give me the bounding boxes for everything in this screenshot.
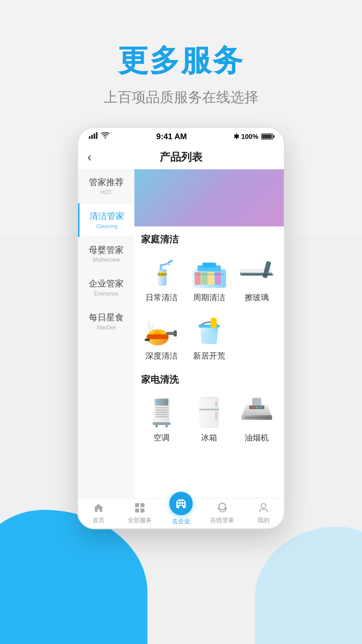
svg-point-9 [168, 264, 170, 265]
bluetooth-icon: ✱ [234, 132, 239, 141]
svg-rect-30 [146, 334, 168, 339]
svg-rect-6 [160, 264, 162, 270]
product-grid-home-cleaning: CLEAN 日常清洁 [134, 250, 284, 367]
status-time: 9:41 AM [156, 132, 187, 141]
product-label-periodic-clean: 周期清洁 [193, 292, 225, 303]
product-label-daily-clean: 日常清洁 [145, 292, 178, 303]
ac-icon [143, 395, 180, 429]
back-button[interactable]: ‹ [87, 150, 104, 164]
hood-icon [238, 395, 275, 429]
svg-rect-45 [156, 412, 168, 413]
svg-text:CLEAN: CLEAN [158, 273, 167, 276]
tab-bar: 首页 全部服务 [78, 498, 284, 528]
product-daily-clean[interactable]: CLEAN 日常清洁 [138, 250, 185, 308]
fridge-icon [191, 395, 228, 429]
status-right: ✱ 100% [234, 132, 273, 141]
svg-rect-66 [252, 398, 261, 406]
main-panel: 家庭清洁 [134, 169, 284, 498]
grid-icon [134, 502, 145, 515]
bg-bottom-right [255, 527, 362, 644]
product-label-hood: 油烟机 [245, 432, 269, 443]
bucket-icon [191, 314, 228, 347]
spray-icon: CLEAN [143, 255, 180, 289]
svg-point-11 [170, 260, 171, 261]
tab-profile[interactable]: 我的 [243, 498, 284, 528]
status-left [89, 132, 110, 141]
svg-rect-67 [135, 503, 139, 507]
svg-rect-3 [96, 132, 98, 139]
sidebar-item-enterprise[interactable]: 企业管家 Enterprise [78, 271, 134, 305]
product-hood-clean[interactable]: 油烟机 [233, 390, 281, 448]
svg-rect-2 [94, 133, 95, 139]
tab-services[interactable]: 全部服务 [119, 498, 161, 528]
svg-rect-43 [156, 407, 168, 408]
toolbox-icon [191, 255, 228, 289]
banner [134, 169, 284, 226]
bg-bottom-left [0, 510, 147, 644]
svg-rect-44 [156, 410, 168, 411]
svg-rect-49 [156, 425, 158, 427]
svg-rect-47 [156, 416, 168, 417]
product-fridge-clean[interactable]: 冰箱 [185, 390, 233, 448]
svg-rect-68 [140, 503, 144, 507]
product-window-clean[interactable]: 擦玻璃 [233, 250, 281, 308]
svg-rect-73 [178, 501, 179, 502]
product-label-deep-clean: 深度清洁 [145, 351, 178, 361]
product-label-window-clean: 擦玻璃 [245, 292, 269, 303]
svg-rect-42 [155, 399, 168, 406]
person-icon [258, 502, 269, 515]
tab-manager[interactable]: 在线管家 [201, 498, 243, 528]
svg-rect-75 [183, 501, 184, 502]
home-icon [93, 502, 104, 515]
svg-point-63 [252, 406, 254, 409]
sidebar-item-cleaning[interactable]: 清洁管家 Cleaning [78, 203, 134, 237]
svg-rect-46 [156, 414, 168, 415]
svg-point-83 [261, 503, 266, 508]
battery-percent: 100% [241, 133, 258, 141]
svg-rect-38 [211, 318, 213, 321]
product-grid-appliance-clean: 空调 [134, 390, 284, 448]
tab-home[interactable]: 首页 [78, 498, 119, 528]
hero-section: 更多服务 上百项品质服务在线选择 [0, 0, 362, 107]
svg-point-51 [158, 401, 160, 404]
product-label-ac: 空调 [154, 432, 170, 443]
svg-rect-32 [174, 330, 177, 336]
tab-profile-label: 我的 [257, 516, 269, 524]
sidebar: 管家推荐 HOT 清洁管家 Cleaning 母婴管家 Mothercare 企… [78, 169, 134, 498]
signal-icon [89, 132, 98, 141]
headset-icon [217, 502, 228, 515]
tab-home-label: 首页 [93, 516, 105, 524]
hero-subtitle: 上百项品质服务在线选择 [0, 88, 362, 107]
product-ac-clean[interactable]: 空调 [138, 390, 185, 448]
sidebar-item-hot[interactable]: 管家推荐 HOT [78, 169, 134, 203]
product-deep-clean[interactable]: 深度清洁 [138, 308, 185, 367]
product-new-home[interactable]: 新居开荒 [185, 308, 233, 367]
svg-rect-76 [178, 503, 179, 505]
svg-rect-69 [135, 508, 139, 513]
squeegee-icon [238, 255, 275, 289]
sidebar-item-stardiet[interactable]: 每日星食 StarDiet [78, 305, 134, 338]
tab-services-label: 全部服务 [128, 516, 152, 524]
steamer-icon [143, 314, 180, 347]
svg-rect-58 [200, 411, 218, 427]
svg-rect-54 [199, 409, 219, 410]
product-label-fridge: 冰箱 [201, 432, 217, 443]
svg-rect-50 [166, 425, 168, 427]
svg-rect-61 [245, 417, 269, 419]
nav-title: 产品列表 [160, 150, 202, 165]
svg-rect-37 [214, 318, 216, 322]
svg-rect-25 [242, 274, 274, 276]
svg-rect-57 [200, 398, 218, 408]
product-periodic-clean[interactable]: 周期清洁 [185, 250, 233, 308]
svg-point-10 [171, 261, 172, 263]
tab-manager-label: 在线管家 [210, 516, 234, 524]
section-title-appliance-clean: 家电清洗 [134, 367, 284, 390]
tab-enterprise[interactable]: 去企业 [161, 498, 202, 528]
svg-rect-70 [140, 508, 144, 513]
svg-rect-33 [145, 339, 150, 341]
nav-bar: ‹ 产品列表 [78, 145, 284, 169]
sidebar-item-mothercare[interactable]: 母婴管家 Mothercare [78, 237, 134, 271]
svg-rect-1 [91, 135, 93, 139]
hero-title: 更多服务 [0, 40, 362, 81]
enterprise-center-btn[interactable] [169, 492, 193, 515]
